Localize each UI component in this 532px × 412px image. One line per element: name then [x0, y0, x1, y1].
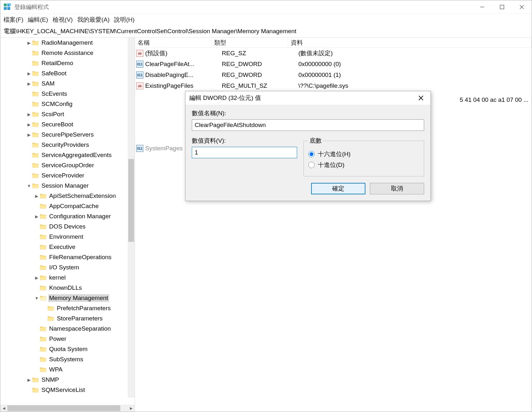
folder-icon — [32, 122, 39, 127]
tree-item[interactable]: ▶ScsiPort — [0, 109, 135, 119]
binary-value-icon: 011 — [136, 145, 143, 152]
expand-icon[interactable]: ▶ — [26, 71, 32, 76]
tree-hscrollbar[interactable]: ◀ ▶ — [0, 405, 135, 412]
cancel-button[interactable]: 取消 — [370, 183, 424, 194]
expand-icon[interactable]: ▶ — [34, 194, 39, 199]
svg-rect-10 — [33, 52, 38, 55]
tree-item[interactable]: ▶SafeBoot — [0, 68, 135, 79]
tree-item[interactable]: RetailDemo — [0, 58, 135, 68]
tree-item-label: I/O System — [48, 264, 80, 271]
radio-dec-input[interactable] — [308, 162, 315, 168]
col-header-name[interactable]: 名稱 — [135, 38, 212, 48]
expand-icon[interactable]: ▶ — [34, 275, 39, 280]
ok-button[interactable]: 確定 — [311, 183, 365, 194]
tree-item[interactable]: DOS Devices — [0, 221, 135, 232]
tree-item[interactable]: SQMServiceList — [0, 385, 135, 395]
value-data-label: 數值資料(V): — [192, 137, 297, 145]
tree-item[interactable]: ▶kernel — [0, 273, 135, 283]
svg-rect-18 — [33, 134, 38, 137]
menu-view[interactable]: 檢視(V) — [53, 16, 73, 24]
scroll-left-icon[interactable]: ◀ — [0, 405, 7, 412]
tree-item[interactable]: StoreParameters — [0, 313, 135, 324]
list-row[interactable]: abExistingPageFilesREG_MULTI_SZ\??\C:\pa… — [135, 80, 532, 91]
tree-item[interactable]: ▶Configuration Manager — [0, 211, 135, 221]
tree-item-label: WPA — [48, 366, 64, 373]
menu-help[interactable]: 說明(H) — [114, 16, 134, 24]
tree-item[interactable]: PrefetchParameters — [0, 303, 135, 313]
expand-icon[interactable]: ▶ — [26, 132, 32, 137]
tree-vscrollbar[interactable] — [128, 38, 135, 398]
svg-rect-33 — [40, 287, 46, 290]
expand-icon[interactable]: ▶ — [26, 122, 32, 127]
scrollbar-thumb[interactable] — [128, 159, 134, 242]
tree-item[interactable]: KnownDLLs — [0, 283, 135, 293]
tree-item[interactable]: ▶RadioManagement — [0, 38, 135, 48]
tree-item[interactable]: SubSystems — [0, 354, 135, 364]
tree-item[interactable]: NamespaceSeparation — [0, 324, 135, 334]
maximize-button[interactable] — [492, 0, 512, 14]
tree-item[interactable]: ▶ApiSetSchemaExtension — [0, 191, 135, 201]
value-name: DisablePagingE... — [145, 71, 222, 79]
scrollbar-thumb[interactable] — [7, 405, 120, 411]
svg-rect-42 — [33, 379, 38, 382]
folder-icon — [32, 50, 39, 56]
radio-hex-input[interactable] — [308, 151, 315, 157]
expand-icon[interactable]: ▶ — [26, 41, 32, 45]
menu-favorites[interactable]: 我的最愛(A) — [77, 16, 109, 24]
tree-item[interactable]: SCMConfig — [0, 99, 135, 109]
menu-file[interactable]: 檔案(F) — [4, 16, 23, 24]
tree-item[interactable]: ▶SAM — [0, 79, 135, 89]
address-bar[interactable]: 電腦\HKEY_LOCAL_MACHINE\SYSTEM\CurrentCont… — [0, 26, 532, 38]
col-header-type[interactable]: 類型 — [212, 38, 288, 48]
folder-icon — [40, 336, 46, 342]
tree-item[interactable]: Quota System — [0, 344, 135, 354]
value-name: ExistingPageFiles — [145, 82, 222, 89]
tree-item[interactable]: Power — [0, 334, 135, 344]
radio-dec[interactable]: 十進位(D) — [308, 161, 419, 169]
expand-icon[interactable]: ▶ — [34, 214, 39, 219]
tree-item[interactable]: Remote Assistance — [0, 48, 135, 58]
folder-icon — [40, 275, 46, 281]
dialog-close-button[interactable] — [415, 92, 427, 104]
svg-rect-11 — [33, 62, 38, 65]
menu-edit[interactable]: 編輯(E) — [28, 16, 48, 24]
expand-icon[interactable]: ▶ — [26, 112, 32, 117]
col-header-data[interactable]: 資料 — [288, 38, 532, 48]
tree-item[interactable]: Executive — [0, 242, 135, 252]
value-data-field[interactable] — [192, 147, 297, 158]
app-icon — [4, 3, 11, 11]
expand-icon[interactable]: ▶ — [26, 81, 32, 86]
tree-item-label: SecureBoot — [41, 121, 74, 128]
minimize-button[interactable] — [472, 0, 492, 14]
value-name-field[interactable] — [192, 119, 424, 131]
close-button[interactable] — [512, 0, 532, 14]
tree-item[interactable]: ServiceAggregatedEvents — [0, 150, 135, 160]
expand-icon[interactable]: ▼ — [34, 296, 39, 301]
tree-item[interactable]: ScEvents — [0, 89, 135, 99]
expand-icon[interactable]: ▶ — [26, 378, 32, 382]
tree-item[interactable]: ▶SecurePipeServers — [0, 130, 135, 140]
tree-item[interactable]: ▶SecureBoot — [0, 119, 135, 130]
tree-scroll[interactable]: ▶RadioManagementRemote AssistanceRetailD… — [0, 38, 135, 405]
expand-icon[interactable]: ▼ — [26, 184, 32, 188]
tree-item[interactable]: ServiceGroupOrder — [0, 160, 135, 170]
tree-item[interactable]: ▼Memory Management — [0, 293, 135, 303]
tree-item-label: PrefetchParameters — [56, 304, 112, 312]
tree-item[interactable]: AppCompatCache — [0, 201, 135, 211]
list-row[interactable]: 011ClearPageFileAt...REG_DWORD0x00000000… — [135, 59, 532, 70]
tree-item[interactable]: ServiceProvider — [0, 170, 135, 181]
tree-item[interactable]: I/O System — [0, 262, 135, 273]
tree-item-label: kernel — [48, 274, 67, 281]
tree-item[interactable]: FileRenameOperations — [0, 252, 135, 262]
tree-item[interactable]: SecurityProviders — [0, 140, 135, 150]
tree-item[interactable]: ▶SNMP — [0, 375, 135, 385]
tree-item[interactable]: ▼Session Manager — [0, 181, 135, 191]
list-row[interactable]: 011DisablePagingE...REG_DWORD0x00000001 … — [135, 70, 532, 80]
svg-rect-41 — [40, 369, 46, 372]
tree-item[interactable]: Environment — [0, 232, 135, 242]
scroll-right-icon[interactable]: ▶ — [128, 405, 135, 412]
tree-item[interactable]: WPA — [0, 364, 135, 375]
radio-hex[interactable]: 十六進位(H) — [308, 150, 419, 158]
list-row[interactable]: ab(預設值)REG_SZ(數值未設定) — [135, 48, 532, 59]
dialog-title: 編輯 DWORD (32-位元) 值 — [189, 94, 415, 102]
